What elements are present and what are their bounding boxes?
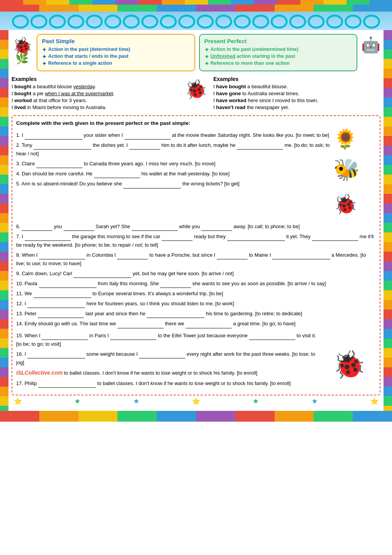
ps-example-3: I worked at that office for 3 years. bbox=[12, 98, 179, 103]
ring bbox=[49, 15, 66, 29]
star-icon-7: ⭐ bbox=[370, 397, 379, 405]
blank-8c bbox=[217, 254, 248, 259]
top-rainbow-bar bbox=[0, 0, 392, 5]
blank-5 bbox=[123, 183, 181, 188]
ring bbox=[104, 15, 121, 29]
bullet-icon-1: ✦ bbox=[42, 47, 47, 53]
blank-6b bbox=[64, 225, 94, 231]
exercise-with-image: Complete with the verb given in the pres… bbox=[16, 119, 376, 221]
question-12: 12. I here for fourteen years, so I thin… bbox=[16, 299, 376, 308]
watermark: iSLCollective.com bbox=[16, 370, 63, 376]
ring bbox=[215, 15, 232, 29]
right-side-border bbox=[384, 30, 392, 411]
question-9: 9. Calm down, Lucy! Carl yet, but he may… bbox=[16, 269, 376, 278]
blank-6a bbox=[22, 225, 52, 231]
ring bbox=[234, 15, 251, 29]
ring bbox=[86, 15, 103, 29]
blank-3 bbox=[36, 163, 82, 168]
bottom-color-bar bbox=[0, 411, 392, 422]
past-simple-box: Past Simple ✦ Action in the past (determ… bbox=[37, 34, 195, 71]
blank-16a bbox=[27, 353, 85, 358]
blank-1a bbox=[25, 134, 82, 140]
blank-8a bbox=[39, 254, 85, 259]
ring bbox=[289, 15, 306, 29]
bee-ladybug-decoration: 🌻 🐝 🐞 bbox=[333, 119, 376, 221]
top-color-bar bbox=[0, 5, 392, 12]
ring bbox=[271, 15, 288, 29]
blank-7a bbox=[25, 235, 71, 241]
question-16: 16. I some weight because I every night … bbox=[16, 350, 322, 367]
question-7: 7. I the garage this morning to see if t… bbox=[16, 232, 376, 249]
star-icon-5: ★ bbox=[253, 397, 259, 405]
ladybug-bottom-decoration: 🐞 bbox=[322, 330, 376, 392]
question-14: 14. Emily should go with us. The last ti… bbox=[16, 320, 376, 328]
bee-icon: 🐝 bbox=[333, 152, 360, 188]
pp-example-2: I have gone to Australia several times. bbox=[213, 91, 380, 96]
ring bbox=[308, 15, 325, 29]
robot-bee-icon: 🤖 bbox=[361, 36, 380, 54]
past-simple-title: Past Simple bbox=[42, 38, 190, 44]
question-3: 3. Claire to Canada three years ago. I m… bbox=[16, 160, 333, 168]
blank-6d bbox=[201, 225, 232, 231]
blank-4 bbox=[94, 173, 140, 178]
ring bbox=[178, 15, 195, 29]
pp-example-4: I haven't read the newspaper yet. bbox=[213, 104, 380, 110]
pp-example-3: I have worked here since I moved to this… bbox=[213, 98, 380, 103]
blank-17 bbox=[38, 382, 96, 388]
exercise-title: Complete with the verb given in the pres… bbox=[16, 119, 333, 128]
ring bbox=[326, 15, 343, 29]
blank-7c bbox=[227, 235, 285, 241]
blank-2a bbox=[34, 144, 91, 150]
question-13: 13. Peter last year and since then he hi… bbox=[16, 309, 376, 318]
question-17: iSLCollective.com to ballet classes. I d… bbox=[16, 368, 322, 378]
question-6: 6. you Sarah yet? She while you away. [t… bbox=[16, 222, 376, 231]
blank-13b bbox=[147, 313, 204, 318]
bullet-icon-5: ✦ bbox=[204, 54, 209, 60]
past-simple-item-3: ✦ Reference to a single action bbox=[42, 61, 190, 67]
star-icon-3: ★ bbox=[133, 397, 139, 405]
blank-14a bbox=[117, 323, 164, 328]
blank-9 bbox=[74, 272, 131, 278]
bullet-icon-6: ✦ bbox=[204, 61, 209, 67]
question-10: 10. Paula from Italy this morning. She s… bbox=[16, 279, 376, 288]
exercise-text-area: Complete with the verb given in the pres… bbox=[16, 119, 333, 221]
blank-7b bbox=[162, 235, 193, 241]
ladybug-reading-icon: 🐞 bbox=[333, 188, 357, 221]
blank-13a bbox=[38, 313, 84, 318]
bottom-exercises-text: 15. When I in Paris I to the Eifel Tower… bbox=[16, 330, 322, 392]
ring bbox=[12, 15, 29, 29]
ring bbox=[345, 15, 362, 29]
pp-item-1: ✦ Action in the past (undetermined time) bbox=[204, 47, 352, 53]
bottom-exercises: 15. When I in Paris I to the Eifel Tower… bbox=[16, 330, 376, 392]
star-icon-6: ★ bbox=[312, 397, 318, 405]
ps-example-1: I bought a beautiful blouse yesterday. bbox=[12, 84, 179, 89]
blank-8b bbox=[117, 254, 148, 259]
center-ladybug-icon: 🐞 bbox=[183, 76, 209, 103]
blank-8d bbox=[272, 254, 330, 259]
blank-16b bbox=[139, 353, 185, 358]
blank-2b bbox=[129, 144, 160, 150]
ring bbox=[30, 15, 47, 29]
blank-12 bbox=[27, 303, 85, 308]
blank-15a bbox=[42, 335, 88, 340]
blank-14b bbox=[186, 323, 232, 328]
ladybug-icon: 🐞 bbox=[12, 38, 32, 54]
examples-title-left: Examples bbox=[12, 76, 179, 82]
ring bbox=[197, 15, 214, 29]
present-perfect-title: Present Perfect bbox=[204, 38, 352, 44]
ring bbox=[123, 15, 140, 29]
blank-15b bbox=[110, 335, 156, 340]
question-11: 11. We to Europe several times. It's alw… bbox=[16, 289, 376, 298]
question-17-label: 17. Philip to ballet classes. I don't kn… bbox=[16, 379, 322, 388]
left-side-border bbox=[0, 30, 8, 411]
blank-1b bbox=[124, 134, 171, 140]
leaf-icon: 🌿 bbox=[15, 52, 29, 65]
spiral-rings bbox=[0, 12, 392, 30]
question-5: 5. Ann is so absent-minded! Do you belie… bbox=[16, 180, 333, 188]
blank-6c bbox=[132, 225, 178, 231]
question-2: 2. Tony the dishes yet. I him to do it a… bbox=[16, 141, 333, 158]
question-8: 8. When I in Columbia I to have a Porsch… bbox=[16, 251, 376, 268]
ring bbox=[363, 15, 380, 29]
blank-11 bbox=[34, 293, 91, 298]
ring bbox=[252, 15, 269, 29]
